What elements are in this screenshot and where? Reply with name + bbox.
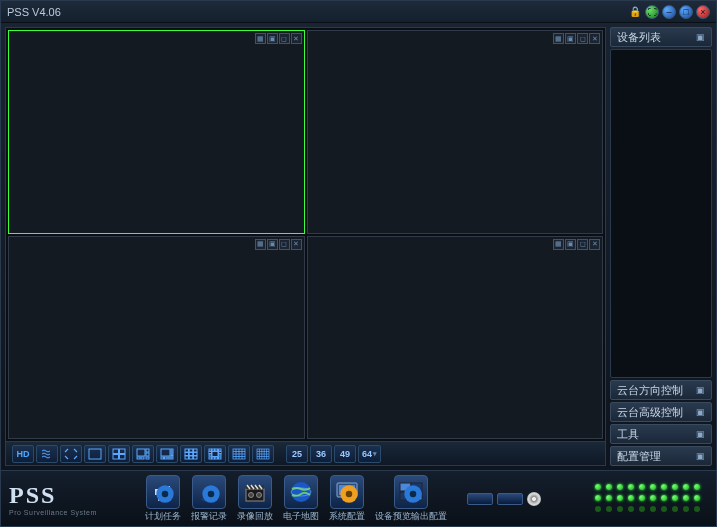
svg-rect-13 [171, 452, 173, 454]
svg-rect-25 [185, 456, 189, 459]
pane-tool-icon[interactable]: ✕ [589, 239, 600, 250]
device-tree[interactable] [610, 49, 712, 378]
pane-tool-icon[interactable]: ✕ [291, 239, 302, 250]
titlebar: PSS V4.06 🔒 ⛶ – □ × [1, 1, 716, 23]
pane-toolbar: ▦ ▣ ◻ ✕ [255, 239, 302, 250]
pane-tool-icon[interactable]: ▣ [267, 239, 278, 250]
lock-icon[interactable]: 🔒 [628, 5, 642, 19]
svg-rect-40 [219, 457, 222, 459]
svg-rect-38 [212, 457, 215, 459]
svg-rect-35 [209, 454, 212, 456]
close-button[interactable]: × [696, 5, 710, 19]
svg-rect-26 [189, 456, 193, 459]
video-pane-1[interactable]: ▦ ▣ ◻ ✕ [8, 30, 305, 234]
button-label: 系统配置 [329, 510, 365, 523]
pane-tool-icon[interactable]: ▦ [255, 33, 266, 44]
brand: PSS Pro Surveillance System [9, 482, 137, 516]
disc-icon[interactable] [527, 492, 541, 506]
pane-tool-icon[interactable]: ▦ [553, 239, 564, 250]
pane-tool-icon[interactable]: ✕ [291, 33, 302, 44]
config-mgmt-panel-header[interactable]: 配置管理 ▣ [610, 446, 712, 466]
layout-20-button[interactable] [252, 445, 274, 463]
expand-icon: ▣ [696, 385, 705, 395]
pane-tool-icon[interactable]: ✕ [589, 33, 600, 44]
led-icon [661, 506, 667, 512]
svg-rect-1 [113, 449, 119, 454]
svg-rect-30 [212, 449, 215, 451]
hd-button[interactable]: HD [12, 445, 34, 463]
layout-49-button[interactable]: 49 [334, 445, 356, 463]
tools-panel-header[interactable]: 工具 ▣ [610, 424, 712, 444]
schedule-button[interactable]: 计划任务 [143, 475, 183, 523]
pane-tool-icon[interactable]: ◻ [279, 239, 290, 250]
svg-rect-11 [161, 449, 170, 456]
pane-toolbar: ▦ ▣ ◻ ✕ [553, 33, 600, 44]
alarm-button[interactable]: 报警记录 [189, 475, 229, 523]
app-title: PSS V4.06 [7, 6, 626, 18]
chevron-down-icon: ▾ [373, 450, 377, 458]
pane-tool-icon[interactable]: ◻ [577, 33, 588, 44]
layout-6-button[interactable] [132, 445, 154, 463]
panel-title: 云台方向控制 [617, 383, 683, 398]
quality-button[interactable] [36, 445, 58, 463]
led-icon [606, 495, 612, 501]
hdd-icon[interactable] [497, 493, 523, 505]
button-label: 电子地图 [283, 510, 319, 523]
monitors-icon [394, 475, 428, 509]
layout-16-button[interactable] [228, 445, 250, 463]
led-icon [628, 484, 634, 490]
status-leds [595, 484, 708, 514]
layout-13-button[interactable] [204, 445, 226, 463]
gear-icon [152, 481, 178, 507]
playback-button[interactable]: 录像回放 [235, 475, 275, 523]
led-icon [672, 484, 678, 490]
layout-9-button[interactable] [180, 445, 202, 463]
svg-rect-6 [146, 449, 149, 452]
led-icon [650, 484, 656, 490]
ptz-direction-panel-header[interactable]: 云台方向控制 ▣ [610, 380, 712, 400]
svg-point-59 [162, 490, 169, 497]
layout-4-button[interactable] [108, 445, 130, 463]
svg-rect-17 [168, 457, 170, 459]
led-icon [661, 484, 667, 490]
pane-tool-icon[interactable]: ▣ [267, 33, 278, 44]
fullscreen-button[interactable]: ⛶ [645, 5, 659, 19]
maximize-button[interactable]: □ [679, 5, 693, 19]
layout-1-button[interactable] [84, 445, 106, 463]
pane-tool-icon[interactable]: ▣ [565, 239, 576, 250]
svg-rect-9 [141, 457, 144, 459]
layout-36-button[interactable]: 36 [310, 445, 332, 463]
gear-icon [400, 481, 426, 507]
svg-rect-14 [171, 455, 173, 456]
svg-rect-15 [161, 457, 164, 459]
globe-icon [284, 475, 318, 509]
led-icon [628, 495, 634, 501]
emap-button[interactable]: 电子地图 [281, 475, 321, 523]
layout-8-button[interactable] [156, 445, 178, 463]
sysconfig-button[interactable]: 系统配置 [327, 475, 367, 523]
fullscreen-layout-button[interactable] [60, 445, 82, 463]
output-config-button[interactable]: 设备预览输出配置 [373, 475, 449, 523]
layout-64-button[interactable]: 64▾ [358, 445, 381, 463]
panel-title: 云台高级控制 [617, 405, 683, 420]
ptz-advanced-panel-header[interactable]: 云台高级控制 ▣ [610, 402, 712, 422]
svg-rect-29 [209, 449, 212, 451]
pane-tool-icon[interactable]: ▦ [255, 239, 266, 250]
video-pane-4[interactable]: ▦ ▣ ◻ ✕ [307, 236, 604, 440]
pane-tool-icon[interactable]: ◻ [577, 239, 588, 250]
device-list-panel-header[interactable]: 设备列表 ▣ [610, 27, 712, 47]
video-pane-3[interactable]: ▦ ▣ ◻ ✕ [8, 236, 305, 440]
pane-tool-icon[interactable]: ▣ [565, 33, 576, 44]
pane-tool-icon[interactable]: ◻ [279, 33, 290, 44]
video-pane-2[interactable]: ▦ ▣ ◻ ✕ [307, 30, 604, 234]
hdd-icon[interactable] [467, 493, 493, 505]
layout-25-button[interactable]: 25 [286, 445, 308, 463]
led-icon [606, 506, 612, 512]
svg-rect-2 [120, 449, 126, 454]
pane-tool-icon[interactable]: ▦ [553, 33, 564, 44]
led-icon [617, 495, 623, 501]
button-label: 报警记录 [191, 510, 227, 523]
minimize-button[interactable]: – [662, 5, 676, 19]
svg-rect-20 [189, 449, 193, 452]
panel-title: 工具 [617, 427, 639, 442]
